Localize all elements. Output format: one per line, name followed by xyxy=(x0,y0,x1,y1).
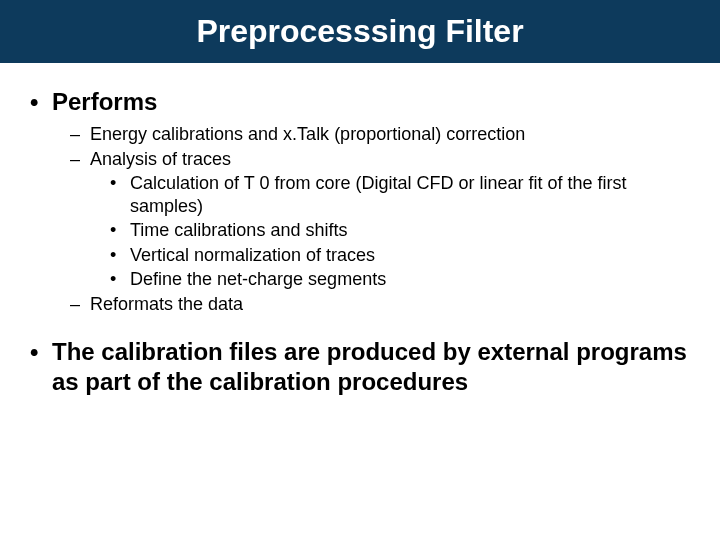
bullet-list: Performs Energy calibrations and x.Talk … xyxy=(30,87,690,397)
title-band: Preprocesssing Filter xyxy=(0,0,720,63)
slide: Preprocesssing Filter Performs Energy ca… xyxy=(0,0,720,540)
spacer xyxy=(30,317,690,337)
slide-content: Performs Energy calibrations and x.Talk … xyxy=(0,63,720,397)
list-item: Energy calibrations and x.Talk (proporti… xyxy=(30,123,690,146)
list-item: Calculation of T 0 from core (Digital CF… xyxy=(30,172,690,217)
list-item: Reformats the data xyxy=(30,293,690,316)
section-heading-calibration: The calibration files are produced by ex… xyxy=(30,337,690,397)
slide-title: Preprocesssing Filter xyxy=(0,14,720,49)
list-item: Analysis of traces xyxy=(30,148,690,171)
list-item: Time calibrations and shifts xyxy=(30,219,690,242)
section-heading-performs: Performs xyxy=(30,87,690,117)
list-item: Define the net-charge segments xyxy=(30,268,690,291)
list-item: Vertical normalization of traces xyxy=(30,244,690,267)
